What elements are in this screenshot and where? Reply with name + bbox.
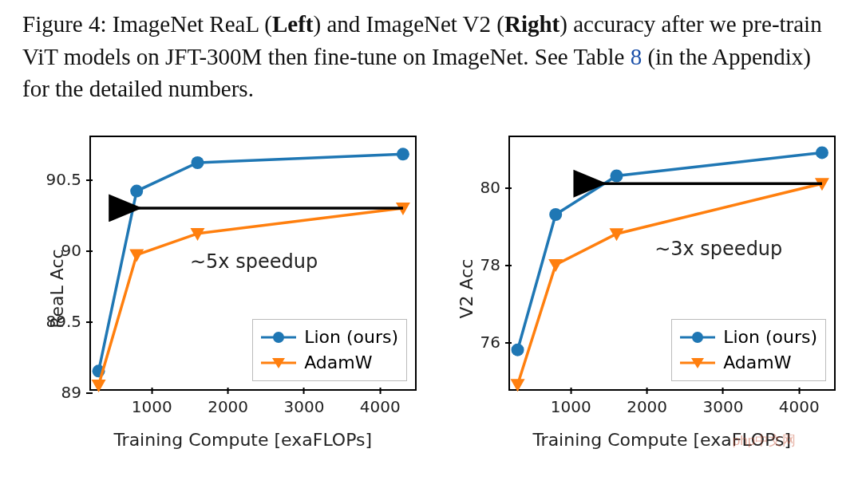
caption-bold-left: Left — [272, 11, 314, 37]
legend-marker-lion — [680, 328, 715, 347]
ytick: 89.5 — [45, 312, 91, 331]
charts-row: ReaL Acc Training Compute [exaFLOPs] ∼5x… — [22, 129, 840, 448]
table-ref-link[interactable]: 8 — [631, 44, 643, 69]
xtick: 1000 — [132, 389, 172, 416]
legend-item-adamw: AdamW — [261, 350, 398, 376]
speedup-annotation-left: ∼5x speedup — [190, 250, 318, 273]
legend-label-lion: Lion (ours) — [723, 327, 817, 347]
plot-area-right: ∼3x speedup Lion (ours) AdamW — [508, 136, 836, 391]
legend-item-lion: Lion (ours) — [680, 325, 817, 350]
svg-marker-1 — [272, 358, 285, 368]
legend-marker-lion — [261, 328, 296, 347]
plot-area-left: ∼5x speedup Lion (ours) AdamW — [89, 136, 417, 391]
data-point-triangle — [92, 380, 106, 392]
data-point-circle — [191, 156, 204, 169]
xtick: 4000 — [360, 389, 401, 416]
xtick: 4000 — [779, 389, 820, 416]
caption-text: Figure 4: ImageNet ReaL ( — [22, 11, 272, 37]
legend-label-adamw: AdamW — [304, 352, 372, 372]
svg-marker-3 — [691, 358, 704, 368]
legend-marker-adamw — [680, 353, 715, 372]
xtick: 3000 — [284, 389, 325, 416]
svg-point-0 — [273, 332, 284, 343]
ytick: 76 — [480, 333, 510, 352]
legend-right: Lion (ours) AdamW — [671, 319, 826, 381]
ytick: 78 — [480, 255, 510, 274]
legend-left: Lion (ours) AdamW — [252, 319, 407, 381]
data-point-triangle — [609, 228, 623, 241]
data-point-circle — [397, 148, 409, 160]
xtick: 2000 — [627, 389, 667, 416]
xtick: 1000 — [551, 389, 591, 416]
xlabel-right: Training Compute [exaFLOPs] php中文网 — [532, 430, 791, 450]
data-point-circle — [130, 184, 143, 197]
chart-v2-acc: V2 Acc Training Compute [exaFLOPs] php中文… — [445, 129, 840, 448]
data-point-triangle — [129, 249, 144, 262]
chart-real-acc: ReaL Acc Training Compute [exaFLOPs] ∼5x… — [26, 129, 421, 448]
speedup-annotation-right: ∼3x speedup — [654, 238, 782, 260]
legend-label-lion: Lion (ours) — [304, 327, 398, 347]
data-point-triangle — [511, 379, 525, 392]
data-point-circle — [512, 343, 524, 356]
legend-label-adamw: AdamW — [723, 352, 791, 372]
legend-marker-adamw — [261, 353, 296, 372]
ytick: 90 — [61, 241, 91, 260]
data-point-circle — [610, 169, 623, 182]
legend-item-adamw: AdamW — [680, 350, 817, 376]
xlabel-left: Training Compute [exaFLOPs] — [113, 430, 372, 450]
figure-caption: Figure 4: ImageNet ReaL (Left) and Image… — [22, 8, 840, 105]
data-point-triangle — [548, 259, 563, 272]
ytick: 90.5 — [45, 170, 91, 189]
xtick: 2000 — [208, 389, 248, 416]
legend-item-lion: Lion (ours) — [261, 325, 398, 350]
watermark: php中文网 — [733, 431, 796, 450]
ytick: 80 — [480, 178, 510, 197]
ylabel-right: V2 Acc — [457, 258, 476, 318]
data-point-circle — [816, 146, 828, 159]
xtick: 3000 — [703, 389, 744, 416]
data-point-circle — [549, 208, 562, 221]
ytick: 89 — [61, 383, 91, 402]
caption-bold-right: Right — [504, 11, 560, 37]
svg-point-2 — [692, 332, 703, 343]
caption-text: ) and ImageNet V2 ( — [314, 11, 504, 37]
